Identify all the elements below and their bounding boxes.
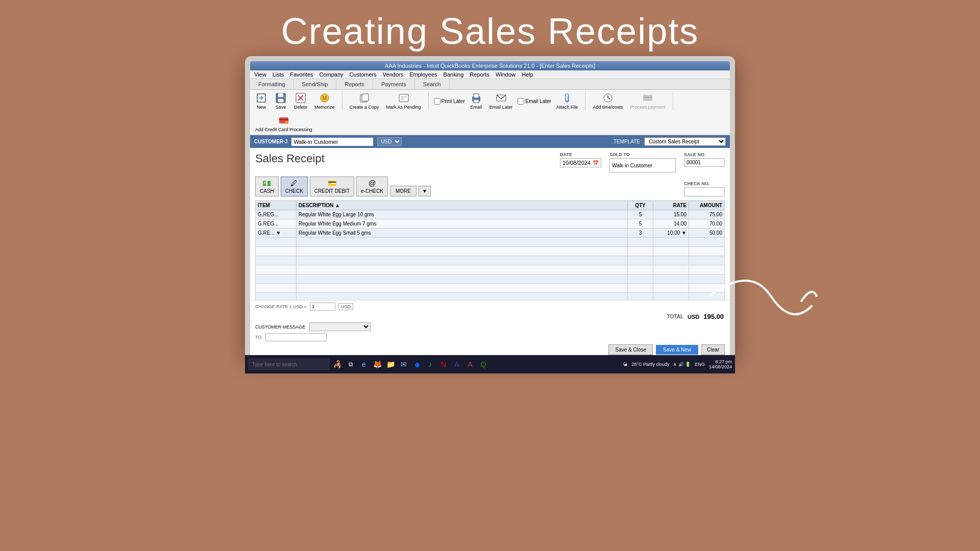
exchange-rate-input[interactable] [310,303,335,311]
memo-input[interactable] [265,333,327,341]
payment-methods: 💵 CASH 🖊 CHECK 💳 CREDIT DEBIT @ [255,177,725,196]
table-row-empty[interactable] [256,284,725,293]
menu-favorites[interactable]: Favorites [290,71,313,78]
menu-banking[interactable]: Banking [444,71,464,78]
table-row-empty[interactable] [256,265,725,274]
svg-point-27 [285,121,288,124]
customer-label: CUSTOMER·J [254,139,287,144]
qty-2[interactable]: 3 [628,229,653,238]
table-row-empty[interactable] [256,274,725,284]
print-button[interactable]: Email [468,91,484,111]
email-button[interactable]: Email Later [487,91,515,111]
item-2[interactable]: G.RE... ▼ [256,229,297,238]
process-payment-button[interactable]: Process payment [628,91,668,111]
window-title: AAA Industries - Intuit QuickBooks Enter… [385,63,595,69]
save-close-button[interactable]: Save & Close [608,344,653,355]
menu-help[interactable]: Help [522,71,533,78]
form-area: Sales Receipt DATE 10/08/2024 📅 SOLD TO [250,148,730,300]
qty-0[interactable]: 5 [628,210,653,219]
laptop-screen: AAA Industries - Intuit QuickBooks Enter… [250,61,730,357]
rate-0[interactable]: 15.00 [653,210,689,219]
tab-sendship[interactable]: Send/Ship [294,79,337,89]
header-right: DATE 10/08/2024 📅 SOLD TO Walk-in Custom… [560,152,725,172]
check-no-input[interactable] [684,187,725,196]
email-later-checkbox[interactable] [518,98,524,105]
menu-vendors[interactable]: Vendors [383,71,403,78]
menu-employees[interactable]: Employees [409,71,437,78]
item-0[interactable]: G.REG... [256,210,297,219]
table-row: G.REG... Regular White Egg Medium 7 gms … [256,219,725,229]
desc-1[interactable]: Regular White Egg Medium 7 gms [297,219,628,229]
desc-2[interactable]: Regular White Egg Small 5 gms [297,229,628,238]
svg-rect-26 [279,119,288,120]
customer-message-row: CUSTOMER MESSAGE [255,322,725,331]
currency-select[interactable]: USD [377,137,402,146]
memorize-button[interactable]: M Memorize [312,91,337,111]
sale-no-field-group: SALE NO. [684,152,725,172]
col-description: DESCRIPTION ▲ [297,201,628,210]
svg-rect-5 [278,98,284,103]
sold-to-box[interactable]: Walk-in Customer [609,158,676,172]
email-later-group: Email Later [518,98,551,105]
check-label: CHECK [285,188,303,194]
total-row: TOTAL USD 195.00 [255,313,725,320]
item-1[interactable]: G.REG... [256,219,297,229]
cash-label: CASH [260,188,274,194]
table-row-empty[interactable] [256,247,725,256]
rate-1[interactable]: 14.00 [653,219,689,229]
qty-1[interactable]: 5 [628,219,653,229]
table-row-empty[interactable] [256,256,725,265]
quickbooks-window: AAA Industries - Intuit QuickBooks Enter… [250,61,730,357]
save-new-button[interactable]: Save & New [656,345,698,355]
menu-window[interactable]: Window [496,71,516,78]
table-row-empty[interactable] [256,293,725,300]
menu-reports[interactable]: Reports [470,71,489,78]
more-button[interactable]: MORE [390,186,416,196]
menu-customers[interactable]: Customers [350,71,377,78]
tab-search[interactable]: Search [415,79,450,89]
rate-2[interactable]: 10.00 ▼ [653,229,689,238]
table-row-empty[interactable] [256,238,725,247]
toolbar-sep-3 [585,92,585,110]
svg-rect-12 [362,94,369,101]
receipt-title: Sales Receipt [255,152,325,165]
echeck-button[interactable]: @ e-CHECK [356,177,388,196]
add-time-costs-button[interactable]: Add time/costs [591,91,625,111]
svg-rect-4 [278,93,283,97]
exchange-currency: USD [338,303,353,310]
email-later-label: Email Later [525,98,551,104]
print-later-checkbox[interactable] [434,98,440,105]
cash-button[interactable]: 💵 CASH [255,177,279,196]
new-button[interactable]: New [253,91,270,111]
delete-button[interactable]: Delete [292,91,309,111]
menu-bar: View Lists Favorites Company Customers V… [250,70,730,79]
date-value[interactable]: 10/08/2024 📅 [560,158,601,167]
tab-formatting[interactable]: Formatting [250,79,294,89]
template-select[interactable]: Custom Sales Receipt [644,137,726,146]
customer-input[interactable] [291,138,373,146]
toolbar: New Save Delete M Memorize [250,90,730,135]
tab-reports[interactable]: Reports [336,79,373,89]
menu-company[interactable]: Company [320,71,344,78]
menu-lists[interactable]: Lists [273,71,284,78]
calendar-icon[interactable]: 📅 [593,160,599,166]
mark-as-pending-button[interactable]: Mark As Pending [384,91,423,111]
menu-view[interactable]: View [254,71,266,78]
sold-to-label: SOLD TO [609,152,676,157]
more-dropdown-button[interactable]: ▼ [419,186,431,196]
credit-debit-button[interactable]: 💳 CREDIT DEBIT [310,177,354,196]
amount-1: 70.00 [689,219,725,229]
total-currency: USD [688,314,699,320]
create-copy-button[interactable]: Create a Copy [348,91,381,111]
tab-payments[interactable]: Payments [373,79,415,89]
table-row: G.REG... Regular White Egg Large 10 gms … [256,210,725,219]
toolbar-sep-1 [342,92,342,110]
memo-row: TO [255,333,725,341]
add-credit-card-button[interactable]: Add Credit Card Processing [253,114,314,133]
desc-0[interactable]: Regular White Egg Large 10 gms [297,210,628,219]
save-button[interactable]: Save [273,91,289,111]
attach-file-button[interactable]: Attach File [554,91,580,111]
sale-no-input[interactable] [684,158,725,167]
check-button[interactable]: 🖊 CHECK [281,177,308,196]
customer-message-select[interactable] [309,322,371,331]
